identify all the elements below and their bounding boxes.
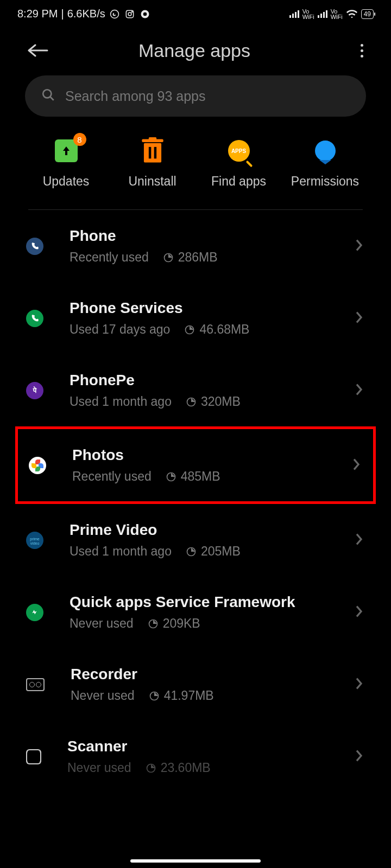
app-info: Phone Recently used 286MB xyxy=(70,227,355,265)
wifi-icon xyxy=(346,8,358,20)
app-size: 209KB xyxy=(148,616,200,631)
app-info: Prime Video Used 1 month ago 205MB xyxy=(70,521,355,559)
whatsapp-icon xyxy=(109,8,121,20)
app-icon-phone xyxy=(26,238,43,255)
chrome-icon xyxy=(139,8,151,20)
app-usage: Recently used xyxy=(72,469,152,484)
storage-icon xyxy=(149,691,160,701)
app-size: 46.68MB xyxy=(184,322,249,337)
svg-point-5 xyxy=(143,12,147,16)
page-title: Manage apps xyxy=(39,40,350,61)
status-right: VoWiFi VoWiFi 49 xyxy=(289,8,374,20)
app-usage: Used 17 days ago xyxy=(70,322,170,337)
app-icon-prime-video: primevideo xyxy=(26,532,43,549)
search-input[interactable] xyxy=(65,88,350,104)
permissions-button[interactable]: Permissions xyxy=(287,138,363,189)
status-speed: 6.6KB/s xyxy=(67,8,105,20)
status-bar: 8:29 PM | 6.6KB/s VoWiFi VoWiFi 49 xyxy=(0,0,391,24)
app-row-quick-apps[interactable]: Quick apps Service Framework Never used … xyxy=(0,576,391,648)
app-row-phone-services[interactable]: Phone Services Used 17 days ago 46.68MB xyxy=(0,282,391,354)
updates-button[interactable]: 8 Updates xyxy=(28,138,104,189)
app-row-scanner[interactable]: Scanner Never used 23.60MB xyxy=(0,720,391,775)
app-icon-photos xyxy=(29,457,46,474)
app-icon-phonepe: पे xyxy=(26,382,43,399)
permissions-icon xyxy=(315,141,336,161)
instagram-icon xyxy=(124,8,136,20)
storage-icon xyxy=(166,471,176,482)
app-info: Quick apps Service Framework Never used … xyxy=(70,593,355,631)
signal-icon xyxy=(318,10,327,18)
app-name: Quick apps Service Framework xyxy=(70,593,355,611)
app-icon-quick-apps xyxy=(26,604,43,621)
app-usage: Never used xyxy=(71,688,135,703)
svg-rect-9 xyxy=(148,137,156,140)
app-info: Photos Recently used 485MB xyxy=(72,446,352,484)
app-row-photos[interactable]: Photos Recently used 485MB xyxy=(15,426,376,504)
uninstall-label: Uninstall xyxy=(128,174,176,189)
app-name: PhonePe xyxy=(70,372,355,389)
chevron-right-icon xyxy=(355,239,363,254)
app-icon-recorder xyxy=(26,678,45,691)
storage-icon xyxy=(146,763,156,774)
svg-point-2 xyxy=(128,12,131,16)
find-apps-icon: APPS xyxy=(228,140,250,162)
app-row-phone[interactable]: Phone Recently used 286MB xyxy=(0,210,391,282)
search-bar[interactable] xyxy=(25,75,366,117)
storage-icon xyxy=(186,397,197,407)
svg-point-0 xyxy=(110,10,118,18)
app-info: Scanner Never used 23.60MB xyxy=(67,738,355,775)
app-size: 205MB xyxy=(186,544,241,559)
app-row-phonepe[interactable]: पे PhonePe Used 1 month ago 320MB xyxy=(0,354,391,426)
app-name: Photos xyxy=(72,446,352,464)
app-size: 41.97MB xyxy=(149,688,214,703)
battery-icon: 49 xyxy=(361,9,374,19)
chevron-right-icon xyxy=(355,749,363,764)
app-size: 320MB xyxy=(186,394,241,409)
app-name: Scanner xyxy=(67,738,355,755)
app-size: 23.60MB xyxy=(146,761,211,775)
app-list: Phone Recently used 286MB Phone Services… xyxy=(0,210,391,775)
chevron-right-icon xyxy=(355,533,363,548)
header: Manage apps xyxy=(0,24,391,75)
app-info: Recorder Never used 41.97MB xyxy=(71,666,355,703)
svg-point-6 xyxy=(43,90,51,98)
status-time: 8:29 PM xyxy=(17,8,58,20)
app-size: 485MB xyxy=(166,469,220,484)
permissions-label: Permissions xyxy=(291,174,359,189)
uninstall-button[interactable]: Uninstall xyxy=(115,138,191,189)
chevron-right-icon xyxy=(355,383,363,398)
app-row-prime-video[interactable]: primevideo Prime Video Used 1 month ago … xyxy=(0,504,391,576)
find-apps-button[interactable]: APPS Find apps xyxy=(201,138,277,189)
vowifi-icon: VoWiFi xyxy=(331,9,343,20)
signal-icon xyxy=(289,10,299,18)
app-name: Phone xyxy=(70,227,355,245)
home-indicator[interactable] xyxy=(130,859,261,863)
actions-row: 8 Updates Uninstall APPS Find apps Permi… xyxy=(0,117,391,209)
app-usage: Recently used xyxy=(70,250,149,265)
app-name: Phone Services xyxy=(70,299,355,317)
status-left: 8:29 PM | 6.6KB/s xyxy=(17,8,151,20)
app-row-recorder[interactable]: Recorder Never used 41.97MB xyxy=(0,648,391,720)
storage-icon xyxy=(163,252,174,263)
storage-icon xyxy=(184,324,195,335)
svg-rect-7 xyxy=(143,143,161,163)
app-icon-scanner xyxy=(26,750,41,763)
app-usage: Used 1 month ago xyxy=(70,544,172,559)
search-icon xyxy=(41,88,55,104)
chevron-right-icon xyxy=(355,311,363,326)
chevron-right-icon xyxy=(355,605,363,620)
search-container xyxy=(0,75,391,117)
more-menu-button[interactable] xyxy=(350,39,374,62)
storage-icon xyxy=(186,546,197,557)
app-usage: Never used xyxy=(70,616,134,631)
trash-icon xyxy=(140,138,165,163)
find-apps-label: Find apps xyxy=(211,174,266,189)
storage-icon xyxy=(148,618,159,629)
app-usage: Used 1 month ago xyxy=(70,394,172,409)
svg-rect-11 xyxy=(154,147,156,158)
updates-label: Updates xyxy=(43,174,90,189)
battery-level: 49 xyxy=(364,10,371,18)
updates-badge: 8 xyxy=(73,133,86,146)
status-separator: | xyxy=(61,8,64,20)
app-usage: Never used xyxy=(67,761,131,775)
